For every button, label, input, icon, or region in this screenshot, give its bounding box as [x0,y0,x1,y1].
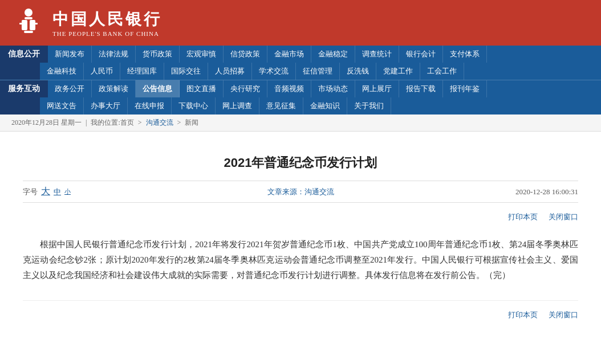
article-paragraph: 根据中国人民银行普通纪念币发行计划，2021年将发行2021年贺岁普通纪念币1枚… [23,237,578,283]
breadcrumb-arrow2: > [176,118,183,127]
logo-text: 中国人民银行 THE PEOPLE'S BANK OF CHINA [52,9,162,37]
site-header: 中国人民银行 THE PEOPLE'S BANK OF CHINA [0,0,601,46]
article-bottom-actions: 打印本页 关闭窗口 [23,300,578,325]
nav-row-1: 信息公开 新闻发布 法律法规 货币政策 宏观审慎 信贷政策 金融市场 金融稳定 … [0,46,601,63]
print-link-top[interactable]: 打印本页 [508,212,538,221]
breadcrumb-arrow1: > [136,118,144,127]
nav-antimoney[interactable]: 反洗钱 [340,63,376,80]
nav-row4-items: 网送文告 办事大厅 在线申报 下载中心 网上调查 意见征集 金融知识 关于我们 [40,97,601,114]
nav-report-download[interactable]: 报告下载 [399,80,443,97]
nav-accounting[interactable]: 银行会计 [399,46,443,63]
nav-finance-knowledge[interactable]: 金融知识 [303,97,347,114]
nav-renminbi[interactable]: 人民币 [84,63,120,80]
nav-online-survey[interactable]: 网上调查 [216,97,259,114]
font-small-btn[interactable]: 小 [64,187,71,196]
breadcrumb-link-comm[interactable]: 沟通交流 [146,118,173,128]
nav-law[interactable]: 法律法规 [92,46,136,63]
svg-rect-5 [19,23,23,24]
nav-treasury[interactable]: 经理国库 [120,63,164,80]
breadcrumb-current: 新闻 [185,118,198,128]
nav-label-empty2 [0,97,40,114]
nav-live[interactable]: 图文直播 [180,80,224,97]
close-link-top[interactable]: 关闭窗口 [549,212,578,221]
nav-label-info: 信息公开 [0,46,48,63]
close-link-bottom[interactable]: 关闭窗口 [549,310,578,319]
article-body: 根据中国人民银行普通纪念币发行计划，2021年将发行2021年贺岁普通纪念币1枚… [23,231,578,289]
font-size-control: 字号 大 中 小 [23,186,208,198]
nav-monetary[interactable]: 货币政策 [136,46,180,63]
main-content: 2021年普通纪念币发行计划 字号 大 中 小 文章来源：沟通交流 2020-1… [0,132,601,336]
nav-about[interactable]: 关于我们 [347,97,391,114]
breadcrumb-location: 我的位置:首页 [91,118,133,128]
nav-download-center[interactable]: 下载中心 [172,97,216,114]
article-title: 2021年普通纪念币发行计划 [23,154,578,171]
bank-logo-icon [11,6,46,40]
nav-row-2: 金融科技 人民币 经理国库 国际交往 人员招募 学术交流 征信管理 反洗钱 党建… [0,63,601,80]
article-meta: 字号 大 中 小 文章来源：沟通交流 2020-12-28 16:00:31 [23,181,578,203]
nav-row3-items: 政务公开 政策解读 公告信息 图文直播 央行研究 音频视频 市场动态 网上展厅 … [48,80,601,97]
nav-service-hall[interactable]: 办事大厅 [84,97,128,114]
nav-gov-open[interactable]: 政务公开 [48,80,92,97]
logo-cn-text: 中国人民银行 [52,9,162,30]
breadcrumb-date: 2020年12月28日 星期一 [11,118,82,128]
logo-en-text: THE PEOPLE'S BANK OF CHINA [52,30,159,37]
nav-opinion[interactable]: 意见征集 [259,97,303,114]
nav-credit[interactable]: 信贷政策 [224,46,267,63]
nav-label-service: 服务互动 [0,80,48,97]
nav-policy-interp[interactable]: 政策解读 [92,80,136,97]
nav-online-report[interactable]: 在线申报 [128,97,172,114]
nav-audio-video[interactable]: 音频视频 [267,80,311,97]
logo-area: 中国人民银行 THE PEOPLE'S BANK OF CHINA [11,6,162,40]
nav-research[interactable]: 央行研究 [224,80,267,97]
nav-row1-items: 新闻发布 法律法规 货币政策 宏观审慎 信贷政策 金融市场 金融稳定 调查统计 … [48,46,601,63]
svg-rect-6 [34,23,38,24]
breadcrumb: 2020年12月28日 星期一 | 我的位置:首页 > 沟通交流 > 新闻 [0,114,601,132]
nav-party[interactable]: 党建工作 [376,63,420,80]
nav-international[interactable]: 国际交往 [164,63,208,80]
nav-academic[interactable]: 学术交流 [252,63,296,80]
nav-row-3: 服务互动 政务公开 政策解读 公告信息 图文直播 央行研究 音频视频 市场动态 … [0,80,601,97]
article-top-actions: 打印本页 关闭窗口 [23,208,578,226]
font-size-label: 字号 [23,187,38,197]
print-link-bottom[interactable]: 打印本页 [508,310,538,319]
font-medium-btn[interactable]: 中 [54,187,61,197]
nav-macro[interactable]: 宏观审慎 [180,46,224,63]
nav-recruitment[interactable]: 人员招募 [208,63,252,80]
article-date: 2020-12-28 16:00:31 [393,187,578,197]
nav-payment[interactable]: 支付体系 [443,46,487,63]
svg-rect-2 [22,20,27,30]
nav-online-hall[interactable]: 网上展厅 [355,80,399,97]
nav-credit-mgmt[interactable]: 征信管理 [296,63,340,80]
nav-announcement[interactable]: 公告信息 [136,80,180,97]
breadcrumb-separator1: | [84,118,88,127]
svg-rect-3 [30,20,35,30]
nav-market-dynamics[interactable]: 市场动态 [311,80,355,97]
nav-notice[interactable]: 网送文告 [40,97,84,114]
nav-news[interactable]: 新闻发布 [48,46,92,63]
nav-row2-items: 金融科技 人民币 经理国库 国际交往 人员招募 学术交流 征信管理 反洗钱 党建… [40,63,601,80]
font-large-btn[interactable]: 大 [41,186,50,198]
svg-rect-1 [25,17,33,19]
svg-rect-4 [24,31,33,33]
svg-point-0 [25,9,33,17]
nav-fintech[interactable]: 金融科技 [40,63,84,80]
nav-financial-market[interactable]: 金融市场 [267,46,311,63]
nav-yearbook[interactable]: 报刊年鉴 [443,80,487,97]
source-label: 文章来源： [267,187,304,196]
source-value: 沟通交流 [304,187,334,196]
nav-financial-stability[interactable]: 金融稳定 [311,46,355,63]
main-nav: 信息公开 新闻发布 法律法规 货币政策 宏观审慎 信贷政策 金融市场 金融稳定 … [0,46,601,114]
nav-union[interactable]: 工会工作 [420,63,464,80]
nav-label-empty1 [0,63,40,80]
article-source: 文章来源：沟通交流 [208,187,393,197]
nav-survey[interactable]: 调查统计 [355,46,399,63]
nav-row-4: 网送文告 办事大厅 在线申报 下载中心 网上调查 意见征集 金融知识 关于我们 [0,97,601,114]
